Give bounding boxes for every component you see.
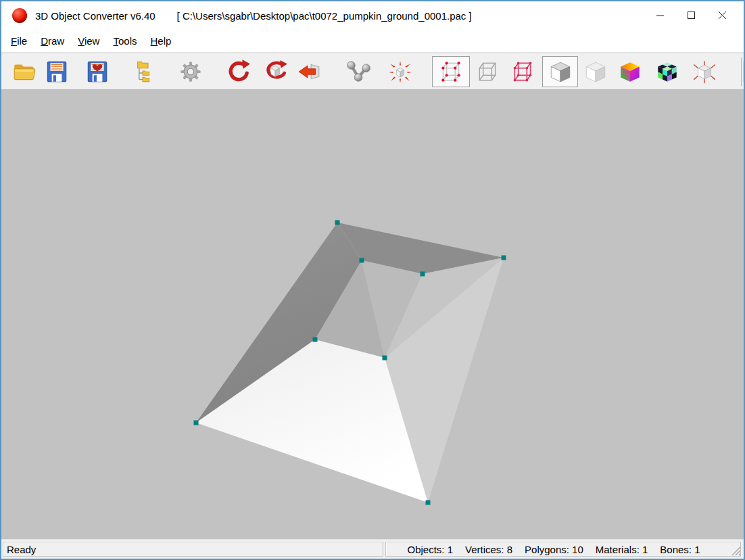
- view-smooth-button[interactable]: [579, 56, 612, 87]
- view-colored-button[interactable]: [614, 56, 646, 87]
- stat-polygons: Polygons: 10: [525, 544, 583, 555]
- menu-bar: File Draw View Tools Help: [1, 30, 744, 53]
- rotate-object-icon: [262, 59, 288, 85]
- status-bar: Ready Objects: 1 Vertices: 8 Polygons: 1…: [1, 539, 744, 559]
- vertex-marker-7: [313, 337, 318, 342]
- view-wireframe-button[interactable]: [471, 56, 504, 87]
- minimize-button[interactable]: [645, 1, 676, 30]
- flip-object-button[interactable]: [293, 56, 325, 87]
- resize-grip[interactable]: [730, 545, 741, 556]
- stat-bones: Bones: 1: [660, 544, 700, 555]
- open-file-button[interactable]: [8, 56, 41, 87]
- vertex-marker-4: [360, 258, 364, 263]
- status-message-panel: Ready: [3, 542, 383, 557]
- vertex-marker-5: [420, 272, 425, 277]
- settings-gear-icon: [178, 59, 203, 85]
- view-textured-button[interactable]: [651, 56, 683, 87]
- maximize-button[interactable]: [676, 1, 707, 30]
- save-file-icon: [44, 59, 70, 85]
- view-solid-button[interactable]: [542, 56, 578, 87]
- opened-file-path: [ C:\Users\sgabr\Desktop\pac\t0072_pumpk…: [177, 10, 472, 22]
- flip-object-icon: [296, 59, 322, 85]
- clipped-toolbar-button: [743, 62, 744, 82]
- toolbar-separator: [741, 57, 742, 86]
- menu-help[interactable]: Help: [143, 32, 178, 49]
- app-window: 3D Object Converter v6.40 [ C:\Users\sga…: [0, 0, 745, 560]
- toolbar: [1, 53, 744, 90]
- menu-view[interactable]: View: [71, 32, 106, 49]
- app-title: 3D Object Converter v6.40: [35, 10, 155, 22]
- close-icon: [719, 11, 727, 20]
- solid-cube-icon: [548, 59, 573, 85]
- settings-button[interactable]: [174, 56, 207, 87]
- bones-button[interactable]: [341, 56, 374, 87]
- vertex-marker-6: [383, 356, 387, 360]
- app-icon: [12, 8, 27, 23]
- gradient-cube-icon: [617, 59, 643, 85]
- rotate-ccw-button[interactable]: [222, 56, 254, 87]
- view-normals-button[interactable]: [688, 56, 721, 87]
- save-favorite-icon: [85, 59, 110, 85]
- viewport-3d[interactable]: [1, 90, 744, 539]
- explode-vertices-button[interactable]: [384, 56, 416, 87]
- stat-vertices: Vertices: 8: [465, 544, 512, 555]
- rotate-object-button[interactable]: [259, 56, 291, 87]
- status-stats-panel: Objects: 1 Vertices: 8 Polygons: 10 Mate…: [385, 542, 741, 557]
- colored-wireframe-cube-icon: [510, 59, 535, 85]
- normals-cube-icon: [692, 59, 717, 85]
- viewport-svg[interactable]: [1, 90, 744, 539]
- view-colored-wireframe-button[interactable]: [506, 56, 539, 87]
- open-file-icon: [11, 59, 37, 85]
- wireframe-cube-icon: [475, 59, 500, 85]
- view-wireframe-vertices-button[interactable]: [432, 56, 470, 87]
- status-message: Ready: [7, 544, 36, 555]
- vertex-marker-2: [426, 500, 431, 505]
- vertex-marker-1: [502, 256, 506, 260]
- explode-vertices-icon: [387, 59, 413, 85]
- menu-draw[interactable]: Draw: [34, 32, 71, 49]
- bones-icon: [345, 59, 370, 85]
- stat-materials: Materials: 1: [596, 544, 648, 555]
- minimize-icon: [656, 11, 665, 20]
- save-favorite-button[interactable]: [81, 56, 114, 87]
- object-hierarchy-button[interactable]: [126, 56, 158, 87]
- save-file-button[interactable]: [41, 56, 73, 87]
- close-button[interactable]: [707, 1, 738, 30]
- textured-cube-icon: [654, 59, 680, 85]
- title-bar: 3D Object Converter v6.40 [ C:\Users\sga…: [1, 1, 744, 30]
- maximize-icon: [688, 11, 696, 20]
- menu-file[interactable]: File: [4, 32, 34, 49]
- vertex-marker-3: [194, 421, 199, 425]
- rotate-ccw-icon: [225, 59, 251, 85]
- stat-objects: Objects: 1: [407, 544, 453, 555]
- object-hierarchy-icon: [129, 59, 155, 85]
- menu-tools[interactable]: Tools: [106, 32, 143, 49]
- vertex-marker-0: [335, 220, 340, 225]
- smooth-cube-icon: [583, 59, 608, 85]
- wireframe-vertices-cube-icon: [438, 59, 464, 85]
